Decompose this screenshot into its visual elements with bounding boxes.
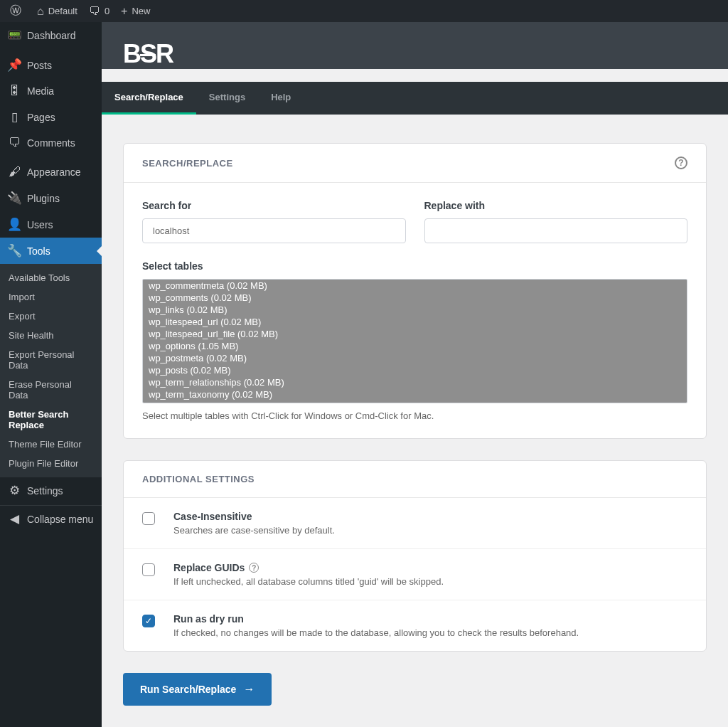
sidebar-item-pages[interactable]: ▯Pages xyxy=(0,104,102,130)
checkbox-dry-run[interactable]: ✓ xyxy=(142,615,155,627)
sidebar-item-plugins[interactable]: 🔌Plugins xyxy=(0,185,102,211)
comment-icon: 🗨 xyxy=(89,5,100,18)
site-link[interactable]: ⌂Default xyxy=(31,0,83,22)
page-icon: ▯ xyxy=(7,110,21,124)
panel-title: SEARCH/REPLACE xyxy=(142,158,233,169)
sidebar-item-appearance[interactable]: 🖌Appearance xyxy=(0,159,102,185)
pin-icon: 📌 xyxy=(7,58,21,73)
checkbox-case-insensitive[interactable] xyxy=(142,512,155,525)
tables-select[interactable]: wp_commentmeta (0.02 MB)wp_comments (0.0… xyxy=(142,279,687,403)
select-tables-label: Select tables xyxy=(142,260,687,272)
sidebar-item-label: Comments xyxy=(27,137,75,149)
submenu-site-health[interactable]: Site Health xyxy=(0,326,102,345)
tab-search-replace[interactable]: Search/Replace xyxy=(102,82,196,115)
table-option[interactable]: wp_posts (0.02 MB) xyxy=(143,364,687,376)
home-icon: ⌂ xyxy=(37,5,44,18)
user-icon: 👤 xyxy=(7,217,21,232)
tab-settings[interactable]: Settings xyxy=(196,82,258,115)
setting-desc: If left unchecked, all database columns … xyxy=(173,576,444,587)
replace-with-label: Replace with xyxy=(424,200,688,211)
checkbox-replace-guids[interactable] xyxy=(142,563,155,576)
wp-logo[interactable]: ⓦ xyxy=(4,0,31,22)
sidebar-item-label: Posts xyxy=(27,60,52,71)
help-icon[interactable]: ? xyxy=(675,156,687,169)
table-option[interactable]: wp_options (1.05 MB) xyxy=(143,340,687,352)
collapse-label: Collapse menu xyxy=(27,514,93,525)
dashboard-icon: 📟 xyxy=(7,28,21,43)
search-replace-panel: SEARCH/REPLACE ? Search for Replace with xyxy=(123,143,707,439)
sidebar-item-label: Pages xyxy=(27,112,55,123)
tools-submenu: Available Tools Import Export Site Healt… xyxy=(0,264,102,477)
table-option[interactable]: wp_term_relationships (0.02 MB) xyxy=(143,376,687,388)
table-option[interactable]: wp_litespeed_url_file (0.02 MB) xyxy=(143,328,687,340)
additional-settings-panel: ADDITIONAL SETTINGS Case-Insensitive Sea… xyxy=(123,460,707,652)
sidebar-item-label: Appearance xyxy=(27,166,81,178)
table-option[interactable]: wp_comments (0.02 MB) xyxy=(143,292,687,304)
sidebar-item-label: Tools xyxy=(27,245,50,257)
bsr-logo: BSR xyxy=(123,39,707,69)
comment-icon: 🗨 xyxy=(7,136,21,150)
submenu-theme-file-editor[interactable]: Theme File Editor xyxy=(0,435,102,454)
comments-link[interactable]: 🗨0 xyxy=(83,0,115,22)
collapse-menu[interactable]: ◀Collapse menu xyxy=(0,505,102,532)
bsr-tabs: Search/Replace Settings Help xyxy=(102,82,728,115)
submenu-export-personal-data[interactable]: Export Personal Data xyxy=(0,345,102,375)
sidebar-item-label: Plugins xyxy=(27,193,60,204)
table-option[interactable]: wp_commentmeta (0.02 MB) xyxy=(143,280,687,292)
sidebar-item-users[interactable]: 👤Users xyxy=(0,211,102,238)
submenu-better-search-replace[interactable]: Better Search Replace xyxy=(0,405,102,435)
setting-dry-run: ✓ Run as dry run If checked, no changes … xyxy=(124,600,706,651)
table-option[interactable]: wp_links (0.02 MB) xyxy=(143,304,687,316)
main-content: BSR Search/Replace Settings Help SEARCH/… xyxy=(102,22,728,727)
wordpress-icon: ⓦ xyxy=(10,4,21,18)
setting-title: Run as dry run xyxy=(173,613,244,625)
setting-desc: If checked, no changes will be made to t… xyxy=(173,627,579,638)
setting-replace-guids: Replace GUIDs ? If left unchecked, all d… xyxy=(124,548,706,600)
new-content[interactable]: +New xyxy=(115,0,156,22)
run-search-replace-button[interactable]: Run Search/Replace → xyxy=(123,673,272,706)
arrow-right-icon: → xyxy=(243,683,255,696)
sidebar-item-label: Media xyxy=(27,85,54,97)
submenu-import[interactable]: Import xyxy=(0,287,102,307)
admin-sidebar: 📟Dashboard 📌Posts 🎛Media ▯Pages 🗨Comment… xyxy=(0,22,102,727)
tab-help[interactable]: Help xyxy=(258,82,304,115)
submenu-plugin-file-editor[interactable]: Plugin File Editor xyxy=(0,454,102,473)
submenu-erase-personal-data[interactable]: Erase Personal Data xyxy=(0,375,102,405)
admin-bar: ⓦ ⌂Default 🗨0 +New xyxy=(0,0,728,22)
sidebar-item-label: Dashboard xyxy=(27,30,76,41)
tables-help-text: Select multiple tables with Ctrl-Click f… xyxy=(142,410,687,421)
setting-desc: Searches are case-sensitive by default. xyxy=(173,525,335,536)
search-for-label: Search for xyxy=(142,200,406,211)
sidebar-item-settings[interactable]: ⚙Settings xyxy=(0,477,102,504)
table-option[interactable]: wp_term_taxonomy (0.02 MB) xyxy=(143,388,687,400)
plus-icon: + xyxy=(121,5,127,18)
sidebar-item-dashboard[interactable]: 📟Dashboard xyxy=(0,22,102,48)
panel-title: ADDITIONAL SETTINGS xyxy=(142,474,255,484)
sidebar-item-media[interactable]: 🎛Media xyxy=(0,78,102,104)
sidebar-item-label: Settings xyxy=(27,485,63,497)
setting-case-insensitive: Case-Insensitive Searches are case-sensi… xyxy=(124,498,706,548)
site-name-label: Default xyxy=(48,6,77,16)
submenu-export[interactable]: Export xyxy=(0,307,102,326)
sidebar-item-tools[interactable]: 🔧Tools xyxy=(0,238,102,264)
table-option[interactable]: wp_litespeed_url (0.02 MB) xyxy=(143,316,687,328)
submenu-available-tools[interactable]: Available Tools xyxy=(0,268,102,287)
new-label: New xyxy=(132,6,150,16)
run-btn-label: Run Search/Replace xyxy=(140,684,236,695)
bsr-header: BSR xyxy=(102,22,728,69)
sidebar-item-label: Users xyxy=(27,219,53,230)
comments-count: 0 xyxy=(105,6,109,16)
sidebar-item-comments[interactable]: 🗨Comments xyxy=(0,130,102,156)
help-icon[interactable]: ? xyxy=(249,563,259,573)
sidebar-item-posts[interactable]: 📌Posts xyxy=(0,52,102,78)
media-icon: 🎛 xyxy=(7,84,21,98)
collapse-icon: ◀ xyxy=(7,511,21,526)
replace-with-input[interactable] xyxy=(424,218,688,243)
search-for-input[interactable] xyxy=(142,218,406,243)
setting-title: Case-Insensitive xyxy=(173,511,252,522)
wrench-icon: 🔧 xyxy=(7,243,21,258)
sliders-icon: ⚙ xyxy=(7,483,21,498)
plugin-icon: 🔌 xyxy=(7,191,21,206)
table-option[interactable]: wp_termmeta (0.02 MB) xyxy=(143,400,687,403)
table-option[interactable]: wp_postmeta (0.02 MB) xyxy=(143,352,687,364)
